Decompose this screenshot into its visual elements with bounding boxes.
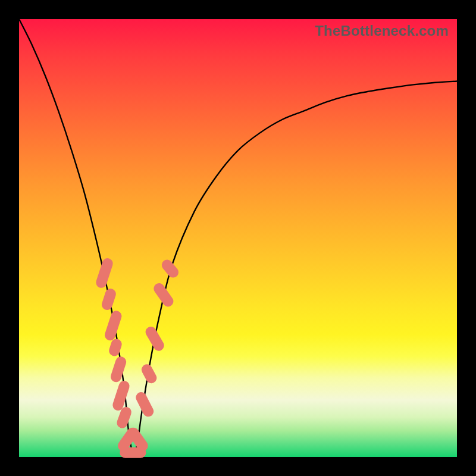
marker	[140, 362, 159, 385]
svg-rect-10	[134, 390, 155, 419]
svg-rect-0	[95, 257, 114, 290]
marker	[159, 258, 181, 280]
marker	[152, 281, 176, 308]
bottleneck-curve	[19, 19, 457, 453]
plot-area: TheBottleneck.com	[19, 19, 457, 457]
marker	[95, 257, 114, 290]
svg-rect-13	[152, 281, 176, 308]
marker	[109, 355, 128, 384]
svg-rect-5	[111, 380, 131, 412]
chart-svg	[19, 19, 457, 457]
marker	[134, 390, 155, 419]
marker	[104, 309, 123, 342]
marker	[143, 325, 166, 353]
marker	[108, 337, 123, 358]
svg-rect-4	[109, 355, 128, 384]
svg-rect-3	[108, 337, 123, 358]
svg-rect-1	[101, 287, 117, 312]
marker	[111, 380, 131, 412]
svg-rect-2	[104, 309, 123, 342]
svg-rect-11	[140, 362, 159, 385]
svg-rect-14	[159, 258, 181, 280]
svg-rect-12	[143, 325, 166, 353]
marker	[101, 287, 117, 312]
chart-frame: TheBottleneck.com	[0, 0, 476, 476]
